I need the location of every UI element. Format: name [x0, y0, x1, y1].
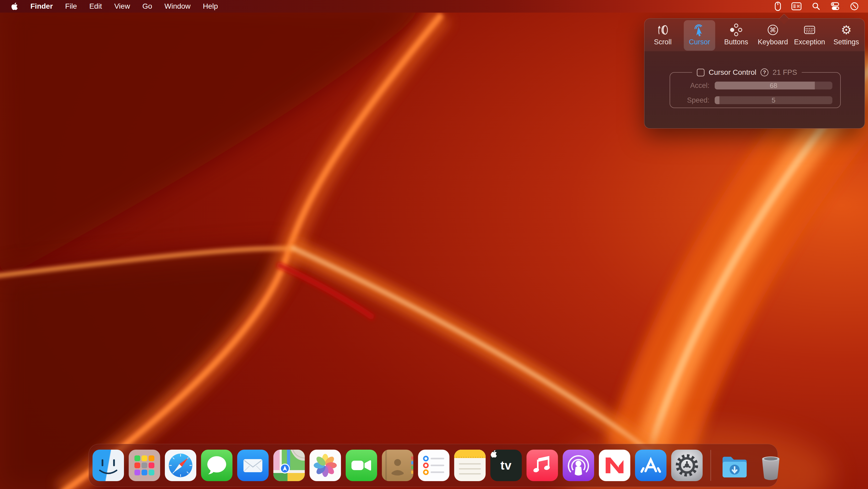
shortcut-window-icon[interactable]: ⌘: [792, 2, 801, 11]
dock-item-app-store[interactable]: [635, 450, 666, 481]
speed-label: Speed:: [670, 96, 709, 105]
accel-label: Accel:: [670, 82, 709, 90]
dock-item-reminders[interactable]: [418, 450, 450, 481]
speed-row: Speed: 5: [670, 93, 840, 108]
tab-label: Keyboard: [758, 38, 788, 46]
dock-item-mail[interactable]: [237, 450, 269, 481]
dock-item-music[interactable]: [527, 450, 558, 481]
speed-value: 5: [715, 96, 832, 104]
svg-text:⌘: ⌘: [797, 4, 800, 8]
keyboard-grid-icon: [803, 23, 816, 37]
menu-item-file[interactable]: File: [65, 0, 77, 12]
speed-slider[interactable]: 5: [715, 96, 832, 104]
gear-icon: ⚙: [841, 23, 851, 37]
clock-icon[interactable]: [850, 2, 859, 11]
dock-item-downloads[interactable]: [719, 450, 750, 481]
spotlight-icon[interactable]: [812, 2, 820, 11]
tab-cursor[interactable]: Cursor: [684, 20, 715, 51]
apple-menu-icon[interactable]: [11, 2, 18, 11]
menu-item-app[interactable]: Finder: [30, 0, 53, 12]
dock-item-system-settings[interactable]: [671, 450, 703, 481]
mouse-utility-popover: Scroll Cursor Buttons ⌘: [644, 18, 865, 128]
svg-text:⌘: ⌘: [770, 26, 776, 34]
scroll-wheel-icon: [656, 23, 670, 37]
command-key-icon: ⌘: [766, 23, 780, 37]
dock-item-facetime[interactable]: [346, 450, 377, 481]
dock-divider: [711, 450, 711, 481]
tab-settings[interactable]: ⚙ Settings: [828, 20, 865, 51]
menu-item-window[interactable]: Window: [164, 0, 190, 12]
tab-label: Buttons: [724, 38, 748, 46]
menu-item-go[interactable]: Go: [142, 0, 152, 12]
panel-tab-bar: Scroll Cursor Buttons ⌘: [645, 20, 865, 51]
cursor-click-icon: [693, 23, 706, 37]
cursor-control-header: Cursor Control ? 21 FPS: [692, 68, 802, 77]
accel-value: 68: [715, 82, 832, 89]
dock-item-trash[interactable]: [755, 450, 786, 481]
mouse-buttons-icon: [730, 23, 743, 37]
tab-exception[interactable]: Exception: [791, 20, 828, 51]
dock-item-launchpad[interactable]: [129, 450, 160, 481]
tab-buttons[interactable]: Buttons: [718, 20, 754, 51]
dock-item-messages[interactable]: [201, 450, 232, 481]
menu-item-edit[interactable]: Edit: [89, 0, 102, 12]
dock-item-photos[interactable]: [310, 450, 341, 481]
dock-item-finder[interactable]: [93, 450, 124, 481]
dock-item-notes[interactable]: [454, 450, 486, 481]
dock-item-apple-tv[interactable]: tv: [490, 450, 522, 481]
mouse-icon[interactable]: [775, 2, 781, 11]
dock: tv: [89, 444, 778, 487]
dock-item-safari[interactable]: [165, 450, 196, 481]
tab-label: Cursor: [689, 38, 710, 46]
menu-bar: Finder File Edit View Go Window Help ⌘: [0, 0, 868, 12]
accel-slider[interactable]: 68: [715, 82, 832, 89]
dock-item-contacts[interactable]: [382, 450, 413, 481]
control-center-icon[interactable]: [831, 2, 840, 11]
fps-readout: 21 FPS: [773, 68, 797, 77]
cursor-control-label: Cursor Control: [709, 68, 756, 77]
dock-item-news[interactable]: [599, 450, 630, 481]
menu-item-view[interactable]: View: [114, 0, 130, 12]
cursor-control-checkbox[interactable]: [697, 69, 705, 76]
tv-wordmark: tv: [501, 458, 512, 472]
tab-label: Exception: [794, 38, 825, 46]
dock-item-maps[interactable]: [273, 450, 305, 481]
accel-row: Accel: 68: [670, 78, 840, 93]
tab-label: Scroll: [654, 38, 672, 46]
help-icon[interactable]: ?: [761, 68, 768, 76]
cursor-control-group: Cursor Control ? 21 FPS Accel: 68 Speed:…: [670, 68, 841, 108]
menu-item-help[interactable]: Help: [203, 0, 218, 12]
dock-item-podcasts[interactable]: [563, 450, 594, 481]
tab-keyboard[interactable]: ⌘ Keyboard: [754, 20, 791, 51]
tab-scroll[interactable]: Scroll: [645, 20, 681, 51]
tab-label: Settings: [833, 38, 859, 46]
